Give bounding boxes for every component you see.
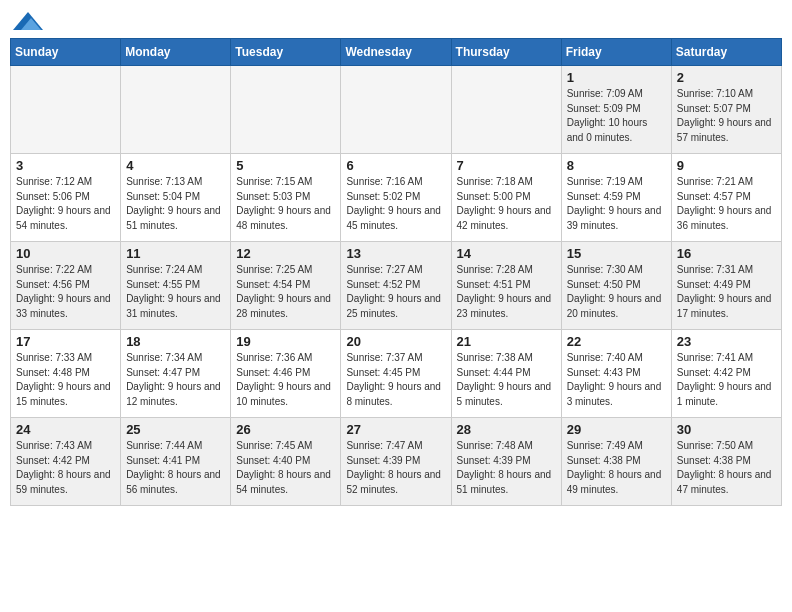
day-number: 14 (457, 246, 556, 261)
day-info: Sunrise: 7:28 AM Sunset: 4:51 PM Dayligh… (457, 263, 556, 321)
day-number: 5 (236, 158, 335, 173)
day-number: 16 (677, 246, 776, 261)
calendar-cell: 5Sunrise: 7:15 AM Sunset: 5:03 PM Daylig… (231, 154, 341, 242)
day-number: 12 (236, 246, 335, 261)
calendar-cell: 26Sunrise: 7:45 AM Sunset: 4:40 PM Dayli… (231, 418, 341, 506)
calendar-cell: 6Sunrise: 7:16 AM Sunset: 5:02 PM Daylig… (341, 154, 451, 242)
day-number: 6 (346, 158, 445, 173)
day-number: 29 (567, 422, 666, 437)
day-number: 13 (346, 246, 445, 261)
day-info: Sunrise: 7:25 AM Sunset: 4:54 PM Dayligh… (236, 263, 335, 321)
calendar-cell: 18Sunrise: 7:34 AM Sunset: 4:47 PM Dayli… (121, 330, 231, 418)
calendar-week-row: 1Sunrise: 7:09 AM Sunset: 5:09 PM Daylig… (11, 66, 782, 154)
calendar-cell (451, 66, 561, 154)
calendar-week-row: 17Sunrise: 7:33 AM Sunset: 4:48 PM Dayli… (11, 330, 782, 418)
day-info: Sunrise: 7:27 AM Sunset: 4:52 PM Dayligh… (346, 263, 445, 321)
day-info: Sunrise: 7:16 AM Sunset: 5:02 PM Dayligh… (346, 175, 445, 233)
day-number: 20 (346, 334, 445, 349)
day-info: Sunrise: 7:30 AM Sunset: 4:50 PM Dayligh… (567, 263, 666, 321)
calendar-cell (11, 66, 121, 154)
calendar-cell: 24Sunrise: 7:43 AM Sunset: 4:42 PM Dayli… (11, 418, 121, 506)
calendar-cell: 3Sunrise: 7:12 AM Sunset: 5:06 PM Daylig… (11, 154, 121, 242)
calendar-cell: 25Sunrise: 7:44 AM Sunset: 4:41 PM Dayli… (121, 418, 231, 506)
day-info: Sunrise: 7:38 AM Sunset: 4:44 PM Dayligh… (457, 351, 556, 409)
day-info: Sunrise: 7:47 AM Sunset: 4:39 PM Dayligh… (346, 439, 445, 497)
calendar-cell: 30Sunrise: 7:50 AM Sunset: 4:38 PM Dayli… (671, 418, 781, 506)
day-number: 28 (457, 422, 556, 437)
calendar-cell: 21Sunrise: 7:38 AM Sunset: 4:44 PM Dayli… (451, 330, 561, 418)
logo-icon (13, 12, 43, 30)
calendar-cell: 1Sunrise: 7:09 AM Sunset: 5:09 PM Daylig… (561, 66, 671, 154)
day-info: Sunrise: 7:24 AM Sunset: 4:55 PM Dayligh… (126, 263, 225, 321)
day-info: Sunrise: 7:48 AM Sunset: 4:39 PM Dayligh… (457, 439, 556, 497)
calendar-cell: 13Sunrise: 7:27 AM Sunset: 4:52 PM Dayli… (341, 242, 451, 330)
day-number: 1 (567, 70, 666, 85)
header-area (10, 10, 782, 30)
calendar-cell: 16Sunrise: 7:31 AM Sunset: 4:49 PM Dayli… (671, 242, 781, 330)
day-info: Sunrise: 7:49 AM Sunset: 4:38 PM Dayligh… (567, 439, 666, 497)
day-number: 18 (126, 334, 225, 349)
calendar-cell: 19Sunrise: 7:36 AM Sunset: 4:46 PM Dayli… (231, 330, 341, 418)
day-info: Sunrise: 7:50 AM Sunset: 4:38 PM Dayligh… (677, 439, 776, 497)
day-number: 17 (16, 334, 115, 349)
calendar-cell: 28Sunrise: 7:48 AM Sunset: 4:39 PM Dayli… (451, 418, 561, 506)
calendar-cell: 4Sunrise: 7:13 AM Sunset: 5:04 PM Daylig… (121, 154, 231, 242)
day-number: 15 (567, 246, 666, 261)
day-info: Sunrise: 7:18 AM Sunset: 5:00 PM Dayligh… (457, 175, 556, 233)
day-number: 11 (126, 246, 225, 261)
weekday-header-sunday: Sunday (11, 39, 121, 66)
day-number: 8 (567, 158, 666, 173)
calendar-cell: 2Sunrise: 7:10 AM Sunset: 5:07 PM Daylig… (671, 66, 781, 154)
calendar-table: SundayMondayTuesdayWednesdayThursdayFrid… (10, 38, 782, 506)
day-number: 3 (16, 158, 115, 173)
day-number: 2 (677, 70, 776, 85)
day-number: 26 (236, 422, 335, 437)
calendar-cell: 15Sunrise: 7:30 AM Sunset: 4:50 PM Dayli… (561, 242, 671, 330)
day-info: Sunrise: 7:13 AM Sunset: 5:04 PM Dayligh… (126, 175, 225, 233)
calendar-cell: 12Sunrise: 7:25 AM Sunset: 4:54 PM Dayli… (231, 242, 341, 330)
day-info: Sunrise: 7:36 AM Sunset: 4:46 PM Dayligh… (236, 351, 335, 409)
weekday-header-monday: Monday (121, 39, 231, 66)
day-info: Sunrise: 7:12 AM Sunset: 5:06 PM Dayligh… (16, 175, 115, 233)
day-info: Sunrise: 7:15 AM Sunset: 5:03 PM Dayligh… (236, 175, 335, 233)
calendar-cell (341, 66, 451, 154)
day-number: 9 (677, 158, 776, 173)
calendar-cell: 27Sunrise: 7:47 AM Sunset: 4:39 PM Dayli… (341, 418, 451, 506)
day-number: 24 (16, 422, 115, 437)
calendar-cell: 23Sunrise: 7:41 AM Sunset: 4:42 PM Dayli… (671, 330, 781, 418)
day-number: 7 (457, 158, 556, 173)
weekday-header-row: SundayMondayTuesdayWednesdayThursdayFrid… (11, 39, 782, 66)
day-number: 22 (567, 334, 666, 349)
day-info: Sunrise: 7:44 AM Sunset: 4:41 PM Dayligh… (126, 439, 225, 497)
calendar-week-row: 24Sunrise: 7:43 AM Sunset: 4:42 PM Dayli… (11, 418, 782, 506)
logo (10, 14, 43, 30)
day-number: 4 (126, 158, 225, 173)
day-number: 25 (126, 422, 225, 437)
weekday-header-tuesday: Tuesday (231, 39, 341, 66)
calendar-cell (231, 66, 341, 154)
calendar-cell: 20Sunrise: 7:37 AM Sunset: 4:45 PM Dayli… (341, 330, 451, 418)
calendar-cell: 17Sunrise: 7:33 AM Sunset: 4:48 PM Dayli… (11, 330, 121, 418)
calendar-cell: 11Sunrise: 7:24 AM Sunset: 4:55 PM Dayli… (121, 242, 231, 330)
day-info: Sunrise: 7:40 AM Sunset: 4:43 PM Dayligh… (567, 351, 666, 409)
day-info: Sunrise: 7:19 AM Sunset: 4:59 PM Dayligh… (567, 175, 666, 233)
day-number: 19 (236, 334, 335, 349)
day-info: Sunrise: 7:09 AM Sunset: 5:09 PM Dayligh… (567, 87, 666, 145)
day-info: Sunrise: 7:22 AM Sunset: 4:56 PM Dayligh… (16, 263, 115, 321)
weekday-header-thursday: Thursday (451, 39, 561, 66)
day-number: 30 (677, 422, 776, 437)
day-number: 21 (457, 334, 556, 349)
weekday-header-friday: Friday (561, 39, 671, 66)
weekday-header-wednesday: Wednesday (341, 39, 451, 66)
day-number: 10 (16, 246, 115, 261)
day-number: 23 (677, 334, 776, 349)
day-info: Sunrise: 7:37 AM Sunset: 4:45 PM Dayligh… (346, 351, 445, 409)
day-info: Sunrise: 7:21 AM Sunset: 4:57 PM Dayligh… (677, 175, 776, 233)
day-info: Sunrise: 7:31 AM Sunset: 4:49 PM Dayligh… (677, 263, 776, 321)
calendar-cell: 14Sunrise: 7:28 AM Sunset: 4:51 PM Dayli… (451, 242, 561, 330)
day-info: Sunrise: 7:43 AM Sunset: 4:42 PM Dayligh… (16, 439, 115, 497)
weekday-header-saturday: Saturday (671, 39, 781, 66)
calendar-cell: 9Sunrise: 7:21 AM Sunset: 4:57 PM Daylig… (671, 154, 781, 242)
day-info: Sunrise: 7:34 AM Sunset: 4:47 PM Dayligh… (126, 351, 225, 409)
calendar-week-row: 10Sunrise: 7:22 AM Sunset: 4:56 PM Dayli… (11, 242, 782, 330)
